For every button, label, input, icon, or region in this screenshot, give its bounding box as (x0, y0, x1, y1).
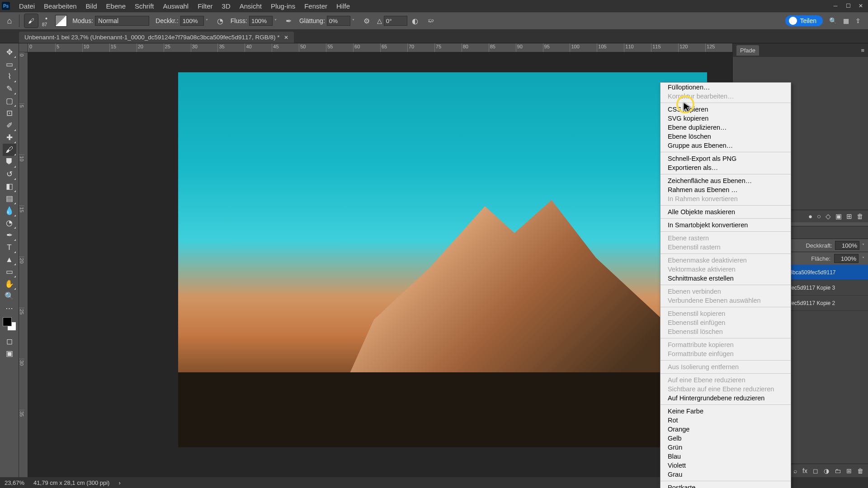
context-menu-item[interactable]: Grün (660, 443, 791, 452)
delete-path-icon[interactable]: 🗑 (857, 212, 863, 220)
gradient-tool[interactable]: ▤ (3, 192, 16, 205)
zoom-level[interactable]: 23,67% (5, 479, 24, 486)
document-tab[interactable]: Unbenannt-1 bei 23,7% (Unbenannt-1_0000_… (19, 32, 294, 43)
context-menu-item[interactable]: In Smartobjekt konvertieren (660, 221, 791, 230)
blur-tool[interactable]: 💧 (3, 205, 16, 217)
history-brush-tool[interactable]: ↺ (3, 168, 16, 180)
hand-tool[interactable]: ✋ (3, 278, 16, 290)
opacity-input[interactable] (180, 16, 204, 26)
context-menu-item[interactable]: Keine Farbe (660, 407, 791, 416)
pen-tool[interactable]: ✒ (3, 229, 16, 241)
context-menu-item[interactable]: Schnell-Export als PNG (660, 154, 791, 163)
menu-ebene[interactable]: Ebene (102, 2, 130, 10)
menu-bild[interactable]: Bild (81, 2, 102, 10)
context-menu-item[interactable]: Exportieren als… (660, 163, 791, 172)
path-select-tool[interactable]: ▲ (3, 253, 16, 266)
smoothing-input[interactable] (327, 16, 350, 26)
stroke-path-icon[interactable]: ○ (817, 212, 821, 220)
menu-bearbeiten[interactable]: Bearbeiten (39, 2, 81, 10)
context-menu-item[interactable]: Rot (660, 416, 791, 425)
edit-toolbar[interactable]: ⋯ (3, 302, 16, 314)
fill-path-icon[interactable]: ● (808, 212, 812, 220)
layer-fill-input[interactable] (834, 254, 859, 263)
airbrush-icon[interactable]: ✒ (283, 15, 295, 27)
quick-select-tool[interactable]: ✎ (3, 83, 16, 95)
context-menu-item[interactable]: CSS kopieren (660, 105, 791, 114)
menu-ansicht[interactable]: Ansicht (235, 2, 266, 10)
delete-layer-icon[interactable]: 🗑 (857, 467, 863, 474)
lasso-tool[interactable]: ⌇ (3, 70, 16, 83)
menu-fenster[interactable]: Fenster (300, 2, 332, 10)
context-menu-item[interactable]: Alle Objekte maskieren (660, 207, 791, 216)
adjustment-layer-icon[interactable]: ◑ (824, 467, 829, 474)
window-maximize[interactable] (843, 1, 854, 10)
pfade-tab[interactable]: Pfade (736, 45, 759, 56)
layer-mask-icon[interactable]: ◻ (813, 467, 818, 474)
ruler-vertical[interactable]: 05101520253035 (19, 52, 28, 477)
menu-3d[interactable]: 3D (217, 2, 235, 10)
quick-mask-tool[interactable]: ◻ (3, 335, 16, 347)
zoom-tool[interactable]: 🔍 (3, 290, 16, 302)
context-menu-item[interactable]: SVG kopieren (660, 114, 791, 123)
type-tool[interactable]: T (3, 241, 16, 253)
info-chevron-icon[interactable]: › (118, 479, 120, 486)
flow-input[interactable] (249, 16, 273, 26)
stamp-tool[interactable]: ⛊ (3, 156, 16, 168)
home-icon[interactable]: ⌂ (4, 15, 15, 27)
healing-tool[interactable]: ✚ (3, 131, 16, 144)
brush-preset[interactable]: 🖌 (24, 14, 38, 28)
context-menu-item[interactable]: Violett (660, 461, 791, 470)
mask-path-icon[interactable]: ▣ (835, 212, 842, 221)
eyedropper-tool[interactable]: ✐ (3, 119, 16, 131)
window-close[interactable] (855, 1, 866, 10)
context-menu-item[interactable]: Blau (660, 452, 791, 461)
menu-plug-ins[interactable]: Plug-ins (266, 2, 300, 10)
context-menu-item[interactable]: Gruppe aus Ebenen… (660, 141, 791, 150)
context-menu-item[interactable]: Ebene löschen (660, 132, 791, 141)
context-menu-item[interactable]: Fülloptionen… (660, 83, 791, 92)
crop-tool[interactable]: ▢ (3, 95, 16, 107)
context-menu-item[interactable]: Orange (660, 425, 791, 434)
tab-close-icon[interactable]: ✕ (284, 34, 288, 41)
context-menu-item[interactable]: Gelb (660, 434, 791, 443)
group-icon[interactable]: 🗀 (835, 467, 841, 474)
brush-tool[interactable]: 🖌 (3, 144, 16, 156)
brush-swatch[interactable] (55, 15, 67, 27)
dodge-tool[interactable]: ◔ (3, 217, 16, 229)
search-icon[interactable]: 🔍 (829, 17, 837, 24)
new-layer-icon[interactable]: ⊞ (846, 467, 852, 474)
marquee-tool[interactable]: ▭ (3, 58, 16, 70)
menu-auswahl[interactable]: Auswahl (159, 2, 193, 10)
pressure-opacity-icon[interactable]: ◔ (214, 15, 226, 27)
selection-path-icon[interactable]: ◇ (826, 212, 831, 221)
window-minimize[interactable] (830, 1, 841, 10)
context-menu-item[interactable]: Zeichenfläche aus Ebenen… (660, 176, 791, 185)
menu-datei[interactable]: Datei (14, 2, 39, 10)
document-info[interactable]: 41,79 cm x 28,1 cm (300 ppi) (33, 479, 109, 486)
context-menu-item[interactable]: Rahmen aus Ebenen … (660, 185, 791, 194)
menu-filter[interactable]: Filter (193, 2, 217, 10)
pressure-size-icon[interactable]: ◐ (409, 15, 421, 27)
smoothing-settings-icon[interactable]: ⚙ (361, 15, 373, 27)
context-menu-item[interactable]: Schnittmaske erstellen (660, 274, 791, 283)
eraser-tool[interactable]: ◧ (3, 180, 16, 192)
workspace-icon[interactable]: ▦ (843, 17, 849, 24)
context-menu-item[interactable]: Auf Hintergrundebene reduzieren (660, 394, 791, 403)
brush-size-value[interactable]: 87 (42, 22, 47, 27)
angle-input[interactable] (384, 16, 407, 26)
blend-mode-select[interactable]: Normal (95, 16, 149, 26)
link-layers-icon[interactable]: ⌕ (793, 467, 797, 474)
color-picker[interactable] (3, 317, 16, 331)
context-menu-item[interactable]: Grau (660, 470, 791, 479)
shape-tool[interactable]: ▭ (3, 266, 16, 278)
menu-schrift[interactable]: Schrift (130, 2, 159, 10)
frame-tool[interactable]: ⊡ (3, 107, 16, 119)
layer-opacity-input[interactable] (835, 241, 859, 250)
screen-mode-tool[interactable]: ▣ (3, 347, 16, 360)
ruler-horizontal[interactable]: 0510152025303540455055606570758085909510… (28, 43, 732, 52)
layer-style-icon[interactable]: fx (802, 467, 807, 474)
ruler-origin[interactable] (19, 43, 28, 52)
menu-hilfe[interactable]: Hilfe (332, 2, 354, 10)
context-menu-item[interactable]: Postkarte (660, 483, 791, 488)
share-button[interactable]: Teilen (785, 15, 823, 26)
